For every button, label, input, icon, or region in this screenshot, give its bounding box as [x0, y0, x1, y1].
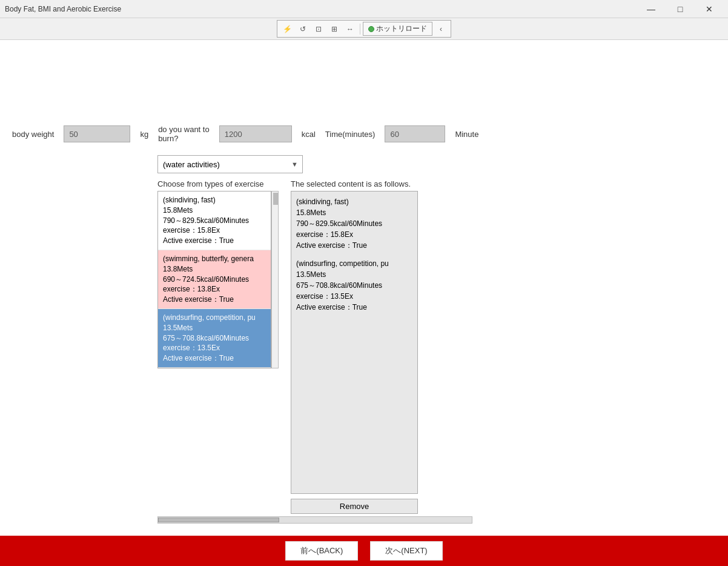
chevron-button[interactable]: ‹ — [434, 22, 448, 36]
scrollbar-row — [157, 516, 472, 524]
title-bar: Body Fat, BMI and Aerobic Exercise — □ ✕ — [0, 0, 728, 18]
exercise-item-3-active: Active exercise：True — [163, 353, 266, 364]
exercise-item-3-kcal: 675～708.8kcal/60Minutes — [163, 333, 266, 344]
exercise-item-1-kcal: 790～829.5kcal/60Minutes — [163, 216, 266, 226]
main-content: body weight kg do you want to burn? kcal… — [0, 40, 728, 536]
scrollbar-thumb — [158, 518, 279, 522]
exercise-item-2-name: (swimming, butterfly, genera — [163, 254, 266, 264]
remove-button[interactable]: Remove — [291, 499, 418, 514]
kcal-input[interactable] — [219, 125, 292, 142]
body-weight-label: body weight — [12, 130, 54, 139]
selected-item-2-ex: exercise：13.5Ex — [296, 291, 412, 302]
dropdown-row: (water activities) (running) (cycling) (… — [157, 155, 716, 173]
selected-item-1-active: Active exercise：True — [296, 240, 412, 251]
exercise-item-1-ex: exercise：15.8Ex — [163, 225, 266, 236]
tool-btn-4[interactable]: ⊞ — [327, 22, 342, 36]
time-label: Time(minutes) — [325, 130, 376, 139]
weight-input[interactable] — [64, 125, 130, 142]
selected-item-2-kcal: 675～708.8kcal/60Minutes — [296, 280, 412, 291]
window-controls: — □ ✕ — [637, 2, 723, 16]
do-you-want-container: do you want to burn? — [158, 125, 210, 143]
selected-item-2-active: Active exercise：True — [296, 302, 412, 313]
selected-item-2: (windsurfing, competition, pu 13.5Mets 6… — [296, 258, 412, 313]
tool-btn-3[interactable]: ⊡ — [311, 22, 326, 36]
exercise-list-label: Choose from types of exercise — [157, 179, 279, 188]
next-button[interactable]: 次へ(NEXT) — [370, 541, 442, 561]
exercise-item-1[interactable]: (skindiving, fast) 15.8Mets 790～829.5kca… — [158, 191, 271, 250]
bottom-bar: 前へ(BACK) 次へ(NEXT) — [0, 536, 728, 566]
selected-item-1: (skindiving, fast) 15.8Mets 790～829.5kca… — [296, 196, 412, 251]
toolbar: ⚡ ↺ ⊡ ⊞ ↔ ホットリロード ‹ — [0, 18, 728, 40]
exercise-item-2-ex: exercise：13.8Ex — [163, 284, 266, 295]
toolbar-inner: ⚡ ↺ ⊡ ⊞ ↔ ホットリロード ‹ — [277, 20, 451, 38]
exercise-item-3-ex: exercise：13.5Ex — [163, 343, 266, 353]
selected-panel: The selected content is as follows. (ski… — [291, 179, 418, 514]
exercise-list-panel: Choose from types of exercise (skindivin… — [157, 179, 279, 514]
exercise-list-container: (skindiving, fast) 15.8Mets 790～829.5kca… — [157, 191, 279, 368]
horizontal-scrollbar[interactable] — [157, 516, 472, 524]
kg-unit: kg — [140, 130, 148, 139]
tool-btn-2[interactable]: ↺ — [296, 22, 310, 36]
exercise-item-2[interactable]: (swimming, butterfly, genera 13.8Mets 69… — [158, 250, 271, 309]
exercise-item-2-mets: 13.8Mets — [163, 264, 266, 275]
exercise-item-2-kcal: 690～724.5kcal/60Minutes — [163, 275, 266, 285]
exercise-item-1-active: Active exercise：True — [163, 236, 266, 246]
tool-btn-5[interactable]: ↔ — [343, 22, 357, 36]
selected-content: (skindiving, fast) 15.8Mets 790～829.5kca… — [291, 191, 418, 494]
maximize-button[interactable]: □ — [666, 2, 694, 16]
panels-row: Choose from types of exercise (skindivin… — [157, 179, 716, 514]
list-scrollbar-thumb — [273, 193, 278, 205]
burn-text: burn? — [158, 134, 178, 143]
close-button[interactable]: ✕ — [695, 2, 723, 16]
activity-dropdown-wrapper[interactable]: (water activities) (running) (cycling) (… — [157, 155, 303, 173]
tool-btn-1[interactable]: ⚡ — [280, 22, 294, 36]
controls-row: body weight kg do you want to burn? kcal… — [12, 125, 716, 143]
hot-reload-indicator — [368, 26, 374, 32]
selected-panel-label: The selected content is as follows. — [291, 179, 418, 188]
selected-item-1-ex: exercise：15.8Ex — [296, 229, 412, 240]
exercise-item-3[interactable]: (windsurfing, competition, pu 13.5Mets 6… — [158, 309, 271, 368]
exercise-item-3-mets: 13.5Mets — [163, 323, 266, 333]
back-button[interactable]: 前へ(BACK) — [285, 541, 358, 561]
minimize-button[interactable]: — — [637, 2, 665, 16]
selected-item-1-name: (skindiving, fast) — [296, 196, 412, 207]
hot-reload-label: ホットリロード — [376, 24, 427, 34]
selected-item-2-name: (windsurfing, competition, pu — [296, 258, 412, 269]
hot-reload-button[interactable]: ホットリロード — [363, 22, 432, 36]
exercise-listbox[interactable]: (skindiving, fast) 15.8Mets 790～829.5kca… — [157, 191, 271, 368]
selected-item-2-mets: 13.5Mets — [296, 269, 412, 280]
exercise-item-1-mets: 15.8Mets — [163, 205, 266, 216]
selected-item-1-kcal: 790～829.5kcal/60Minutes — [296, 218, 412, 229]
minute-unit: Minute — [455, 130, 478, 139]
app-title: Body Fat, BMI and Aerobic Exercise — [5, 5, 121, 13]
kcal-unit: kcal — [302, 130, 316, 139]
minutes-input[interactable] — [385, 125, 445, 142]
exercise-item-2-active: Active exercise：True — [163, 295, 266, 305]
exercise-item-3-name: (windsurfing, competition, pu — [163, 313, 266, 323]
list-vertical-scrollbar[interactable] — [271, 191, 279, 368]
selected-item-1-mets: 15.8Mets — [296, 207, 412, 218]
toolbar-divider — [360, 24, 360, 35]
do-you-want-text: do you want to — [158, 125, 210, 134]
activity-dropdown[interactable]: (water activities) (running) (cycling) (… — [157, 155, 303, 173]
exercise-item-1-name: (skindiving, fast) — [163, 195, 266, 205]
